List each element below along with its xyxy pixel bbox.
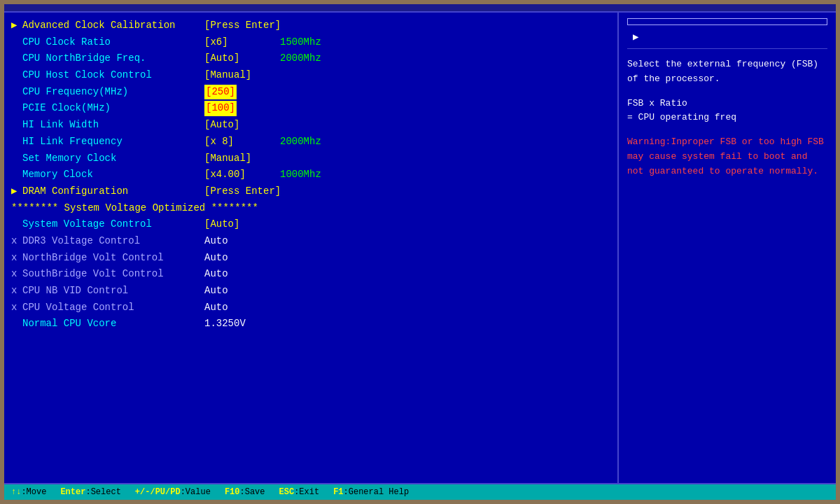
row-x-icon: x — [11, 300, 22, 316]
page-title — [4, 4, 836, 11]
bios-row: CPU Host Clock Control[Manual] — [11, 68, 610, 83]
row-label: CPU Voltage Control — [22, 300, 204, 316]
row-value: [Press Enter] — [204, 184, 281, 200]
row-value: [Manual] — [204, 68, 274, 83]
row-x-icon: x — [11, 284, 22, 299]
key-label: F1 — [333, 487, 343, 497]
key-label: F10 — [225, 487, 240, 497]
key-label: ↑↓ — [11, 487, 21, 497]
row-freq: 2000Mhz — [280, 134, 321, 150]
row-freq: 1000Mhz — [280, 167, 321, 183]
help-text: Select the external frequency (FSB) of t… — [627, 57, 827, 87]
bottom-key: F10:Save — [225, 487, 265, 497]
main-content: ▶ Advanced Clock Calibration[Press Enter… — [4, 11, 836, 483]
left-panel: ▶ Advanced Clock Calibration[Press Enter… — [4, 13, 619, 483]
bottom-key: F1:General Help — [333, 487, 409, 497]
bios-row: ******** System Voltage Optimized ******… — [11, 201, 610, 216]
row-value: [x6] — [204, 35, 274, 50]
bios-row: x DDR3 Voltage ControlAuto — [11, 234, 610, 249]
bios-row: Normal CPU Vcore1.3250V — [11, 316, 610, 332]
row-label: CPU Host Clock Control — [22, 68, 204, 83]
bios-row: CPU Clock Ratio[x6]1500Mhz — [11, 35, 610, 50]
bios-screen: ▶ Advanced Clock Calibration[Press Enter… — [0, 0, 840, 504]
row-value: Auto — [204, 251, 228, 266]
right-panel: ▶ Select the external frequency (FSB) of… — [619, 13, 836, 483]
item-help-title — [627, 18, 827, 25]
row-value: [100] — [204, 101, 237, 116]
row-value: Auto — [204, 284, 228, 299]
menu-level-arrow: ▶ — [633, 31, 638, 43]
row-value: [250] — [204, 85, 237, 100]
row-label: CPU NorthBridge Freq. — [22, 51, 204, 66]
menu-level-row: ▶ — [627, 31, 827, 49]
bottom-key: ESC:Exit — [279, 487, 320, 497]
bios-row: Set Memory Clock[Manual] — [11, 151, 610, 167]
row-label: DDR3 Voltage Control — [22, 234, 204, 249]
row-x-icon: x — [11, 251, 22, 266]
row-value: [Auto] — [204, 217, 274, 232]
warning-text: Warning:Inproper FSB or too high FSB may… — [627, 135, 827, 178]
bios-row: System Voltage Control[Auto] — [11, 217, 610, 232]
bios-row: Memory Clock[x4.00]1000Mhz — [11, 167, 610, 183]
bios-row[interactable]: ▶ DRAM Configuration[Press Enter] — [11, 184, 610, 200]
row-value: [x4.00] — [204, 167, 274, 183]
row-label: DRAM Configuration — [22, 184, 204, 200]
row-label: CPU Frequency(MHz) — [22, 85, 204, 100]
row-label: NorthBridge Volt Control — [22, 251, 204, 266]
row-x-icon: x — [11, 267, 22, 282]
row-value: 1.3250V — [204, 316, 246, 332]
key-label: +/-/PU/PD — [135, 487, 181, 497]
row-arrow-icon: ▶ — [11, 184, 22, 200]
row-value: [Auto] — [204, 118, 274, 133]
bios-row: PCIE Clock(MHz)[100] — [11, 101, 610, 116]
row-value: [Auto] — [204, 51, 274, 66]
bios-row: CPU NorthBridge Freq.[Auto]2000Mhz — [11, 51, 610, 66]
row-label: Memory Clock — [22, 167, 204, 183]
key-label: ESC — [279, 487, 295, 497]
bios-row: x NorthBridge Volt ControlAuto — [11, 251, 610, 266]
row-value: [x 8] — [204, 134, 274, 150]
row-label: SouthBridge Volt Control — [22, 267, 204, 282]
bottom-key: ↑↓:Move — [11, 487, 46, 497]
bottom-key: +/-/PU/PD:Value — [135, 487, 211, 497]
row-label: Normal CPU Vcore — [22, 316, 204, 332]
row-label: Set Memory Clock — [22, 151, 204, 167]
row-value: [Manual] — [204, 151, 274, 167]
bottom-key: Enter:Select — [60, 487, 120, 497]
row-value: [Press Enter] — [204, 18, 281, 34]
bios-row: x SouthBridge Volt ControlAuto — [11, 267, 610, 282]
row-arrow-icon: ▶ — [11, 18, 22, 34]
bios-row[interactable]: ▶ Advanced Clock Calibration[Press Enter… — [11, 18, 610, 34]
bios-row: x CPU NB VID ControlAuto — [11, 284, 610, 299]
bios-row: HI Link Width[Auto] — [11, 118, 610, 133]
bios-row: HI Link Frequency[x 8]2000Mhz — [11, 134, 610, 150]
bios-row: x CPU Voltage ControlAuto — [11, 300, 610, 316]
row-value: Auto — [204, 300, 228, 316]
row-label: System Voltage Control — [22, 217, 204, 232]
row-value: Auto — [204, 267, 228, 282]
row-x-icon: x — [11, 234, 22, 249]
row-label: CPU Clock Ratio — [22, 35, 204, 50]
row-label: Advanced Clock Calibration — [22, 18, 204, 34]
row-value: Auto — [204, 234, 228, 249]
fsb-text: FSB x Ratio= CPU operating freq — [627, 97, 827, 126]
row-label: HI Link Frequency — [22, 134, 204, 150]
row-label: PCIE Clock(MHz) — [22, 101, 204, 116]
voltage-header: ******** System Voltage Optimized ******… — [11, 201, 610, 216]
key-label: Enter — [60, 487, 85, 497]
bios-row: CPU Frequency(MHz)[250] — [11, 85, 610, 100]
row-freq: 2000Mhz — [280, 51, 321, 66]
row-freq: 1500Mhz — [280, 35, 321, 50]
row-label: HI Link Width — [22, 118, 204, 133]
bottom-bar: ↑↓:MoveEnter:Select+/-/PU/PD:ValueF10:Sa… — [4, 483, 836, 500]
row-label: CPU NB VID Control — [22, 284, 204, 299]
